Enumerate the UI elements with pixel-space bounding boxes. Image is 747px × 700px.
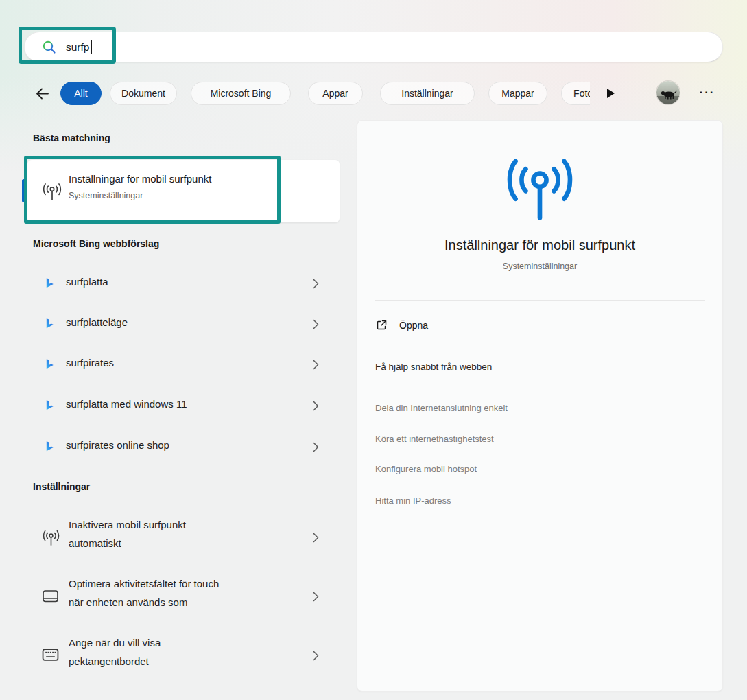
ellipsis-icon: ··· (700, 86, 715, 100)
text-caret (91, 40, 92, 54)
setting-label-line1: Ange när du vill visa (69, 637, 161, 649)
open-external-icon (375, 319, 388, 331)
setting-label-line2: pektangentbordet (69, 655, 149, 667)
chevron-right-icon (313, 360, 319, 373)
windows-search-flyout: surfp Allt Dokument Microsoft Bing Appar… (0, 0, 747, 700)
search-icon (42, 40, 56, 54)
tab-allt[interactable]: Allt (60, 82, 102, 105)
search-query-text: surfp (66, 41, 89, 54)
help-header: Få hjälp snabbt från webben (375, 362, 492, 372)
suggestion-label: surfpirates (66, 357, 114, 369)
bing-icon (45, 441, 55, 452)
bing-suggestion-surfpirates[interactable]: surfpirates (27, 348, 340, 381)
hotspot-icon (42, 530, 60, 546)
best-match-header: Bästa matchning (33, 132, 110, 143)
chevron-right-icon (313, 319, 319, 332)
search-input[interactable]: surfp (24, 32, 723, 62)
help-link-konfigurera-hotspot[interactable]: Konfigurera mobil hotspot (375, 464, 477, 474)
chevron-right-icon (313, 651, 319, 664)
help-link-hitta-ip-adress[interactable]: Hitta min IP-adress (375, 495, 451, 506)
setting-label-line2: när enheten används som (69, 596, 187, 608)
chevron-right-icon (313, 592, 319, 605)
bing-suggestion-surfplatta[interactable]: surfplatta (27, 267, 340, 300)
profile-avatar[interactable] (656, 81, 680, 104)
bing-section-header: Microsoft Bing webbförslag (33, 238, 159, 249)
chevron-right-icon (313, 279, 319, 292)
chevron-right-icon (313, 533, 319, 546)
tab-appar[interactable]: Appar (308, 82, 363, 105)
preview-title: Inställningar för mobil surfpunkt (357, 237, 722, 253)
bing-icon (45, 277, 55, 289)
suggestion-label: surfpirates online shop (66, 439, 169, 451)
setting-inaktivera-surfpunkt[interactable]: Inaktivera mobil surfpunkt automatiskt (27, 515, 340, 560)
chevron-right-icon (313, 442, 319, 455)
tab-mappar[interactable]: Mappar (488, 82, 547, 105)
help-link-internethastighetstest[interactable]: Köra ett internethastighetstest (375, 434, 494, 444)
tab-label: Mappar (501, 88, 534, 99)
preview-panel: Inställningar för mobil surfpunkt System… (357, 120, 723, 692)
hotspot-icon (42, 183, 62, 201)
tab-foton[interactable]: Foton (561, 82, 590, 105)
settings-section-header: Inställningar (33, 481, 90, 492)
setting-optimera-aktivitetsfaltet[interactable]: Optimera aktivitetsfältet för touch när … (27, 574, 340, 619)
setting-label-line2: automatiskt (69, 537, 121, 549)
chevron-right-icon (313, 401, 319, 414)
animal-photo (656, 81, 680, 104)
keyboard-icon (42, 648, 59, 662)
help-link-dela-internetanslutning[interactable]: Dela din Internetanslutning enkelt (375, 403, 508, 413)
selection-indicator (22, 179, 25, 202)
tab-label: Microsoft Bing (211, 88, 272, 99)
tab-label: Allt (74, 88, 87, 99)
filter-tabs: Allt Dokument Microsoft Bing Appar Instä… (58, 81, 590, 106)
tab-label: Inställningar (401, 88, 453, 99)
divider (375, 300, 705, 301)
best-match-subtitle: Systeminställningar (69, 191, 143, 200)
suggestion-label: surfplatteläge (66, 316, 128, 328)
back-arrow-icon (34, 86, 50, 102)
tab-installningar[interactable]: Inställningar (380, 82, 475, 105)
tabs-overflow-button[interactable] (606, 86, 621, 100)
tab-dokument[interactable]: Dokument (110, 82, 177, 105)
setting-label-line1: Optimera aktivitetsfältet för touch (69, 578, 219, 590)
preview-subtitle: Systeminställningar (357, 261, 722, 271)
tab-label: Foton (573, 88, 590, 99)
bing-suggestion-surfplatta-windows11[interactable]: surfplatta med windows 11 (27, 389, 340, 422)
best-match-result[interactable]: Inställningar för mobil surfpunkt System… (27, 160, 340, 222)
open-action[interactable]: Öppna (375, 317, 428, 334)
suggestion-label: surfplatta med windows 11 (66, 398, 187, 410)
play-expand-icon (606, 88, 615, 99)
more-options-button[interactable]: ··· (694, 83, 720, 102)
suggestion-label: surfplatta (66, 276, 108, 288)
bing-suggestion-surfpirates-shop[interactable]: surfpirates online shop (27, 430, 340, 463)
bing-icon (45, 358, 55, 370)
tab-label: Appar (322, 88, 348, 99)
bing-suggestion-surfplattelage[interactable]: surfplatteläge (27, 307, 340, 340)
bing-icon (45, 399, 55, 411)
tablet-icon (42, 589, 59, 604)
hotspot-icon-large (357, 156, 722, 222)
setting-pektangentbordet[interactable]: Ange när du vill visa pektangentbordet (27, 633, 340, 678)
tab-microsoft-bing[interactable]: Microsoft Bing (191, 82, 291, 105)
open-label: Öppna (399, 320, 428, 331)
bing-icon (45, 318, 55, 329)
tab-label: Dokument (121, 88, 165, 99)
best-match-title: Inställningar för mobil surfpunkt (69, 173, 211, 185)
back-button[interactable] (33, 84, 51, 102)
setting-label-line1: Inaktivera mobil surfpunkt (69, 519, 186, 530)
